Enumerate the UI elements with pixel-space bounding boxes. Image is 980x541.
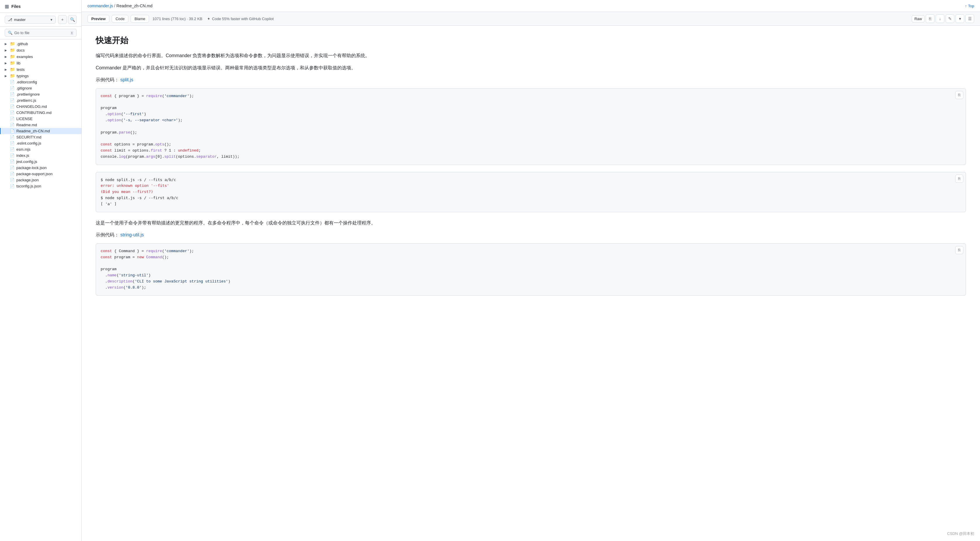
copy-raw-button[interactable]: ⎘ <box>926 14 934 23</box>
chevron-right-icon: ▶ <box>5 62 8 65</box>
search-icon: 🔍 <box>8 31 13 35</box>
code-line <box>100 99 961 106</box>
files-icon: ▦ <box>5 3 9 9</box>
file-icon: 📄 <box>10 86 14 90</box>
file-prettierrc[interactable]: 📄 .prettierrc.js <box>0 97 81 103</box>
branch-select-button[interactable]: ⎇ master ▾ <box>5 16 56 24</box>
code-line: program.parse(); <box>100 130 961 136</box>
edit-button[interactable]: ✎ <box>946 14 955 23</box>
file-license[interactable]: 📄 LICENSE <box>0 116 81 122</box>
output-block-1: ⎘ $ node split.js -s / --fits a/b/c erro… <box>95 172 966 212</box>
search-files-button[interactable]: 🔍 <box>68 15 77 24</box>
file-label: .eslint.config.js <box>16 141 41 146</box>
raw-button[interactable]: Raw <box>912 15 924 22</box>
code-line: console.log(program.args[0].split(option… <box>100 154 961 160</box>
file-eslint[interactable]: 📄 .eslint.config.js <box>0 140 81 146</box>
paragraph-2: Commander 是严格的，并且会针对无法识别的选项显示错误。两种最常用的选项… <box>95 64 966 72</box>
copy-code-2-button[interactable]: ⎘ <box>955 246 963 254</box>
folder-docs[interactable]: ▶ 📁 docs <box>0 47 81 53</box>
file-label: SECURITY.md <box>16 135 41 139</box>
copy-output-1-button[interactable]: ⎘ <box>955 175 963 183</box>
file-icon: 📄 <box>10 92 14 97</box>
file-icon: 📄 <box>10 165 14 170</box>
code-line: .option('--first') <box>100 111 961 117</box>
copilot-icon: ✦ <box>207 17 210 21</box>
file-readme[interactable]: 📄 Readme.md <box>0 122 81 128</box>
file-tsconfig[interactable]: 📄 tsconfig.js.json <box>0 183 81 189</box>
output-line: $ node split.js -s / --first a/b/c <box>100 195 961 201</box>
copy-icon: ⎘ <box>958 248 961 252</box>
chevron-right-icon: ▶ <box>5 68 8 71</box>
chevron-right-icon: ▶ <box>5 55 8 58</box>
code-line: .version('0.8.0'); <box>100 285 961 291</box>
file-icon: 📄 <box>10 117 14 121</box>
file-icon: 📄 <box>10 159 14 164</box>
code-line <box>100 136 961 142</box>
code-line <box>100 124 961 130</box>
file-tree: ▶ 📁 .github ▶ 📁 docs ▶ 📁 examples ▶ 📁 li… <box>0 40 81 541</box>
folder-typings[interactable]: ▶ 📁 typings <box>0 73 81 79</box>
file-prettierignore[interactable]: 📄 .prettierignore <box>0 91 81 97</box>
list-icon: ☰ <box>968 16 972 21</box>
file-jest-config[interactable]: 📄 jest.config.js <box>0 159 81 165</box>
more-options-button[interactable]: ▾ <box>956 14 964 23</box>
branch-icon: ⎇ <box>8 17 12 22</box>
tab-code[interactable]: Code <box>112 15 128 23</box>
tab-blame[interactable]: Blame <box>130 15 149 23</box>
folder-icon: 📁 <box>10 54 15 59</box>
folder-icon: 📁 <box>10 67 15 72</box>
file-icon: 📄 <box>10 80 14 84</box>
file-label: Readme_zh-CN.md <box>16 129 50 133</box>
breadcrumb-repo-link[interactable]: commander.js <box>88 3 113 8</box>
download-button[interactable]: ↓ <box>935 14 944 23</box>
branch-actions: + 🔍 <box>58 15 77 24</box>
file-label: tsconfig.js.json <box>16 184 41 188</box>
file-changelog[interactable]: 📄 CHANGELOG.md <box>0 103 81 109</box>
folder-tests[interactable]: ▶ 📁 tests <box>0 66 81 73</box>
file-gitignore[interactable]: 📄 .gitignore <box>0 85 81 91</box>
file-package-lock[interactable]: 📄 package-lock.json <box>0 165 81 171</box>
copy-code-1-button[interactable]: ⎘ <box>955 91 963 99</box>
copy-icon: ⎘ <box>958 176 961 181</box>
folder-lib[interactable]: ▶ 📁 lib <box>0 60 81 66</box>
paragraph-3: 这是一个使用子命令并带有帮助描述的更完整的程序。在多命令程序中，每个命令（或命令… <box>95 219 966 227</box>
file-readme-zh[interactable]: 📄 Readme_zh-CN.md <box>0 128 81 134</box>
file-label: package-lock.json <box>16 165 47 170</box>
folder-icon: 📁 <box>10 41 15 46</box>
top-link[interactable]: ↑ Top <box>965 4 974 8</box>
copilot-text: Code 55% faster with GitHub Copilot <box>212 17 274 21</box>
top-arrow-icon: ↑ <box>965 4 967 8</box>
code-line: const { Command } = require('commander')… <box>100 248 961 254</box>
file-index[interactable]: 📄 index.js <box>0 152 81 159</box>
folder-github[interactable]: ▶ 📁 .github <box>0 41 81 47</box>
sidebar-title: Files <box>11 4 21 9</box>
chevron-right-icon: ▶ <box>5 49 8 52</box>
file-icon: 📄 <box>10 184 14 188</box>
search-input[interactable] <box>14 31 68 35</box>
file-package-support[interactable]: 📄 package-support.json <box>0 171 81 177</box>
file-package[interactable]: 📄 package.json <box>0 177 81 183</box>
file-contributing[interactable]: 📄 CONTRIBUTING.md <box>0 109 81 116</box>
code-block-1: ⎘ const { program } = require('commander… <box>95 88 966 165</box>
chevron-right-icon: ▶ <box>5 75 8 78</box>
file-icon: 📄 <box>10 98 14 103</box>
search-box: 🔍 t <box>0 27 81 40</box>
example2-link[interactable]: string-util.js <box>120 232 144 237</box>
code-line: const program = new Command(); <box>100 254 961 260</box>
file-label: jest.config.js <box>16 159 37 164</box>
folder-examples[interactable]: ▶ 📁 examples <box>0 53 81 60</box>
file-label: package-support.json <box>16 172 52 176</box>
file-security[interactable]: 📄 SECURITY.md <box>0 134 81 140</box>
add-file-button[interactable]: + <box>58 15 67 24</box>
file-editorconfig[interactable]: 📄 .editorconfig <box>0 79 81 85</box>
example1-link[interactable]: split.js <box>120 77 133 82</box>
file-icon: 📄 <box>10 172 14 176</box>
file-esm[interactable]: 📄 esm.mjs <box>0 146 81 152</box>
file-icon: 📄 <box>10 147 14 152</box>
content-area: 快速开始 编写代码来描述你的命令行界面。Commander 负责将参数解析为选项… <box>82 25 980 541</box>
file-label: CHANGELOG.md <box>16 104 47 109</box>
code-content-1: const { program } = require('commander')… <box>96 89 966 165</box>
toc-button[interactable]: ☰ <box>966 14 974 23</box>
file-icon: 📄 <box>10 129 14 133</box>
tab-preview[interactable]: Preview <box>88 15 110 23</box>
